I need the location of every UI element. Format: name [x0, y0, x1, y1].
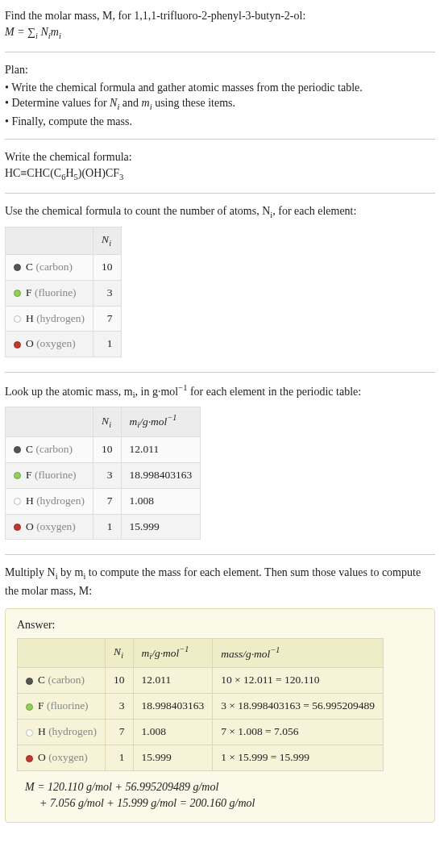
mass-cell: 3 × 18.998403163 = 56.995209489	[213, 694, 384, 720]
table-row: H (hydrogen) 7 1.008	[6, 488, 201, 514]
chemformula-block: Write the chemical formula: HC≡CHC(C6H5)…	[5, 146, 435, 186]
m-cell: 1.008	[121, 488, 201, 514]
molar-mass-formula: M = ∑i Nimi	[5, 24, 435, 42]
plan-block: Plan: Write the chemical formula and gat…	[5, 59, 435, 132]
n-cell: 1	[93, 332, 122, 357]
table-row: F (fluorine) 3 18.998403163	[6, 462, 201, 488]
element-cell: F (fluorine)	[6, 462, 93, 488]
chemformula-value: HC≡CHC(C6H5)(OH)CF3	[5, 165, 435, 183]
table-row: O (oxygen) 1	[6, 332, 122, 357]
table-row: F (fluorine) 3	[6, 280, 122, 306]
col-m: mi/g·mol−1	[133, 639, 213, 668]
m-cell: 12.011	[133, 668, 213, 694]
divider	[5, 139, 435, 140]
m-cell: 15.999	[121, 514, 201, 540]
n-cell: 3	[93, 280, 122, 306]
plan-item: Write the chemical formula and gather at…	[5, 80, 435, 96]
n-cell: 7	[106, 720, 134, 745]
n-cell: 7	[93, 488, 122, 514]
divider	[5, 372, 435, 373]
element-dot-icon	[14, 341, 21, 348]
element-cell: O (oxygen)	[18, 745, 106, 771]
element-dot-icon	[26, 703, 33, 711]
col-m: mi/g·mol−1	[121, 407, 201, 436]
intro-line: Find the molar mass, M, for 1,1,1-triflu…	[5, 8, 435, 24]
element-cell: F (fluorine)	[6, 280, 93, 306]
element-cell: F (fluorine)	[18, 694, 106, 720]
table-row: H (hydrogen) 7	[6, 306, 122, 332]
element-dot-icon	[14, 290, 21, 297]
element-dot-icon	[14, 315, 21, 323]
table-row: C (carbon) 10 12.011 10 × 12.011 = 120.1…	[18, 668, 384, 694]
col-element	[6, 227, 93, 254]
col-element	[18, 639, 106, 668]
col-n: Ni	[106, 639, 134, 668]
divider	[5, 193, 435, 194]
atomic-table: Ni mi/g·mol−1 C (carbon) 10 12.011 F (fl…	[5, 407, 201, 540]
n-cell: 7	[93, 306, 122, 332]
chemformula-heading: Write the chemical formula:	[5, 149, 435, 165]
atomic-heading: Look up the atomic mass, mi, in g·mol−1 …	[5, 382, 435, 402]
mass-cell: 10 × 12.011 = 120.110	[213, 668, 384, 694]
multiply-block: Multiply Ni by mi to compute the mass fo…	[5, 561, 435, 602]
divider	[5, 52, 435, 52]
n-cell: 10	[106, 668, 134, 694]
m-cell: 1.008	[133, 720, 213, 745]
element-dot-icon	[14, 264, 21, 271]
table-row: O (oxygen) 1 15.999 1 × 15.999 = 15.999	[18, 745, 384, 771]
mass-cell: 1 × 15.999 = 15.999	[213, 745, 384, 771]
element-cell: C (carbon)	[6, 254, 93, 280]
plan-item: Determine values for Ni and mi using the…	[5, 95, 435, 113]
answer-box: Answer: Ni mi/g·mol−1 mass/g·mol−1 C (ca…	[5, 608, 435, 823]
table-row: C (carbon) 10	[6, 254, 122, 280]
col-element	[6, 407, 93, 436]
m-cell: 15.999	[133, 745, 213, 771]
plan-list: Write the chemical formula and gather at…	[5, 80, 435, 130]
element-dot-icon	[26, 755, 33, 762]
molar-sum-line-2: + 7.056 g/mol + 15.999 g/mol = 200.160 g…	[39, 795, 423, 812]
n-cell: 10	[93, 436, 122, 462]
count-table: Ni C (carbon) 10 F (fluorine) 3 H (hydro…	[5, 227, 122, 357]
n-cell: 1	[93, 514, 122, 540]
divider	[5, 554, 435, 555]
molar-sum-line-1: M = 120.110 g/mol + 56.995209489 g/mol	[25, 779, 423, 795]
element-cell: H (hydrogen)	[6, 306, 93, 332]
element-dot-icon	[26, 678, 33, 685]
element-cell: H (hydrogen)	[18, 720, 106, 745]
table-row: C (carbon) 10 12.011	[6, 436, 201, 462]
mass-cell: 7 × 1.008 = 7.056	[213, 720, 384, 745]
m-cell: 18.998403163	[121, 462, 201, 488]
element-cell: O (oxygen)	[6, 332, 93, 357]
element-cell: C (carbon)	[6, 436, 93, 462]
element-dot-icon	[14, 446, 21, 453]
element-cell: O (oxygen)	[6, 514, 93, 540]
col-n: Ni	[93, 227, 122, 254]
table-row: H (hydrogen) 7 1.008 7 × 1.008 = 7.056	[18, 720, 384, 745]
count-heading: Use the chemical formula to count the nu…	[5, 203, 435, 221]
m-cell: 12.011	[121, 436, 201, 462]
m-cell: 18.998403163	[133, 694, 213, 720]
n-cell: 3	[106, 694, 134, 720]
element-cell: H (hydrogen)	[6, 488, 93, 514]
n-cell: 10	[93, 254, 122, 280]
col-n: Ni	[93, 407, 122, 436]
n-cell: 3	[93, 462, 122, 488]
col-mass: mass/g·mol−1	[213, 639, 384, 668]
plan-heading: Plan:	[5, 62, 435, 78]
n-cell: 1	[106, 745, 134, 771]
element-dot-icon	[14, 498, 21, 505]
element-dot-icon	[14, 524, 21, 531]
element-dot-icon	[26, 729, 33, 737]
table-row: F (fluorine) 3 18.998403163 3 × 18.99840…	[18, 694, 384, 720]
answer-label: Answer:	[17, 617, 423, 633]
atomic-block: Look up the atomic mass, mi, in g·mol−1 …	[5, 379, 435, 548]
element-dot-icon	[14, 472, 21, 479]
element-cell: C (carbon)	[18, 668, 106, 694]
plan-item: Finally, compute the mass.	[5, 114, 435, 130]
answer-table: Ni mi/g·mol−1 mass/g·mol−1 C (carbon) 10…	[17, 638, 384, 771]
table-row: O (oxygen) 1 15.999	[6, 514, 201, 540]
count-block: Use the chemical formula to count the nu…	[5, 200, 435, 365]
intro-block: Find the molar mass, M, for 1,1,1-triflu…	[5, 5, 435, 45]
multiply-heading: Multiply Ni by mi to compute the mass fo…	[5, 565, 435, 599]
